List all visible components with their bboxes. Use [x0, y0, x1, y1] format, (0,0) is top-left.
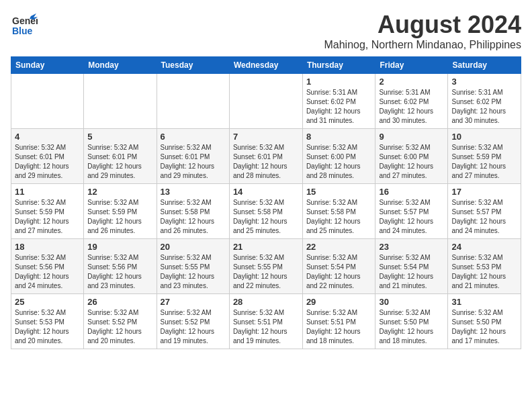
day-number: 23 [379, 242, 444, 252]
day-number: 7 [233, 132, 299, 142]
calendar-cell: 8Sunrise: 5:32 AM Sunset: 6:00 PM Daylig… [302, 129, 375, 184]
day-info: Sunrise: 5:32 AM Sunset: 5:54 PM Dayligh… [379, 253, 444, 291]
day-info: Sunrise: 5:32 AM Sunset: 6:01 PM Dayligh… [233, 143, 299, 181]
calendar-cell: 20Sunrise: 5:32 AM Sunset: 5:55 PM Dayli… [157, 239, 229, 294]
page-header: General Blue August 2024 Mahinog, Northe… [11, 11, 521, 51]
calendar-cell: 12Sunrise: 5:32 AM Sunset: 5:59 PM Dayli… [84, 184, 157, 239]
day-number: 28 [233, 297, 299, 307]
day-number: 27 [161, 297, 226, 307]
calendar-week-3: 11Sunrise: 5:32 AM Sunset: 5:59 PM Dayli… [11, 184, 521, 239]
calendar-cell: 1Sunrise: 5:31 AM Sunset: 6:02 PM Daylig… [302, 74, 375, 129]
day-info: Sunrise: 5:32 AM Sunset: 5:58 PM Dayligh… [161, 198, 226, 236]
calendar-cell: 7Sunrise: 5:32 AM Sunset: 6:01 PM Daylig… [229, 129, 302, 184]
calendar-cell: 16Sunrise: 5:32 AM Sunset: 5:57 PM Dayli… [375, 184, 448, 239]
calendar-cell: 14Sunrise: 5:32 AM Sunset: 5:58 PM Dayli… [229, 184, 302, 239]
day-number: 19 [87, 242, 152, 252]
calendar-cell: 31Sunrise: 5:32 AM Sunset: 5:50 PM Dayli… [448, 294, 521, 349]
day-info: Sunrise: 5:32 AM Sunset: 5:52 PM Dayligh… [161, 308, 226, 346]
day-number: 16 [379, 187, 444, 197]
calendar-cell: 19Sunrise: 5:32 AM Sunset: 5:56 PM Dayli… [84, 239, 157, 294]
calendar-cell: 4Sunrise: 5:32 AM Sunset: 6:01 PM Daylig… [11, 129, 84, 184]
calendar-cell: 11Sunrise: 5:32 AM Sunset: 5:59 PM Dayli… [11, 184, 84, 239]
logo: General Blue [11, 11, 38, 38]
day-info: Sunrise: 5:32 AM Sunset: 5:55 PM Dayligh… [233, 253, 299, 291]
weekday-header-wednesday: Wednesday [229, 57, 302, 74]
day-info: Sunrise: 5:32 AM Sunset: 5:53 PM Dayligh… [451, 253, 517, 291]
weekday-header-tuesday: Tuesday [157, 57, 229, 74]
day-number: 20 [161, 242, 226, 252]
weekday-header-sunday: Sunday [11, 57, 84, 74]
calendar-cell [84, 74, 157, 129]
calendar-cell: 10Sunrise: 5:32 AM Sunset: 5:59 PM Dayli… [448, 129, 521, 184]
calendar-week-1: 1Sunrise: 5:31 AM Sunset: 6:02 PM Daylig… [11, 74, 521, 129]
calendar-cell: 30Sunrise: 5:32 AM Sunset: 5:50 PM Dayli… [375, 294, 448, 349]
day-number: 12 [87, 187, 152, 197]
calendar-cell: 13Sunrise: 5:32 AM Sunset: 5:58 PM Dayli… [157, 184, 229, 239]
calendar-cell: 17Sunrise: 5:32 AM Sunset: 5:57 PM Dayli… [448, 184, 521, 239]
day-info: Sunrise: 5:32 AM Sunset: 5:57 PM Dayligh… [379, 198, 444, 236]
day-number: 2 [379, 77, 444, 87]
calendar-cell [11, 74, 84, 129]
day-number: 15 [306, 187, 372, 197]
day-number: 11 [15, 187, 80, 197]
day-info: Sunrise: 5:32 AM Sunset: 5:52 PM Dayligh… [87, 308, 152, 346]
calendar-cell: 22Sunrise: 5:32 AM Sunset: 5:54 PM Dayli… [302, 239, 375, 294]
day-number: 6 [161, 132, 226, 142]
calendar-cell: 9Sunrise: 5:32 AM Sunset: 6:00 PM Daylig… [375, 129, 448, 184]
weekday-header-monday: Monday [84, 57, 157, 74]
calendar-week-2: 4Sunrise: 5:32 AM Sunset: 6:01 PM Daylig… [11, 129, 521, 184]
day-number: 29 [306, 297, 372, 307]
day-number: 3 [451, 77, 517, 87]
weekday-header-thursday: Thursday [302, 57, 375, 74]
day-info: Sunrise: 5:32 AM Sunset: 5:50 PM Dayligh… [379, 308, 444, 346]
day-info: Sunrise: 5:31 AM Sunset: 6:02 PM Dayligh… [451, 88, 517, 126]
day-number: 1 [306, 77, 372, 87]
day-info: Sunrise: 5:31 AM Sunset: 6:02 PM Dayligh… [306, 88, 372, 126]
day-info: Sunrise: 5:32 AM Sunset: 5:59 PM Dayligh… [451, 143, 517, 181]
logo-icon: General Blue [11, 11, 38, 38]
calendar-cell: 27Sunrise: 5:32 AM Sunset: 5:52 PM Dayli… [157, 294, 229, 349]
day-number: 26 [87, 297, 152, 307]
weekday-header-saturday: Saturday [448, 57, 521, 74]
title-section: August 2024 Mahinog, Northern Mindanao, … [324, 11, 521, 51]
day-info: Sunrise: 5:32 AM Sunset: 6:01 PM Dayligh… [15, 143, 80, 181]
day-info: Sunrise: 5:32 AM Sunset: 5:54 PM Dayligh… [306, 253, 372, 291]
calendar-cell: 21Sunrise: 5:32 AM Sunset: 5:55 PM Dayli… [229, 239, 302, 294]
day-info: Sunrise: 5:32 AM Sunset: 5:58 PM Dayligh… [306, 198, 372, 236]
calendar-cell: 3Sunrise: 5:31 AM Sunset: 6:02 PM Daylig… [448, 74, 521, 129]
calendar-cell: 6Sunrise: 5:32 AM Sunset: 6:01 PM Daylig… [157, 129, 229, 184]
day-info: Sunrise: 5:32 AM Sunset: 5:51 PM Dayligh… [233, 308, 299, 346]
calendar-cell: 26Sunrise: 5:32 AM Sunset: 5:52 PM Dayli… [84, 294, 157, 349]
day-number: 31 [451, 297, 517, 307]
calendar-cell: 29Sunrise: 5:32 AM Sunset: 5:51 PM Dayli… [302, 294, 375, 349]
day-number: 22 [306, 242, 372, 252]
calendar-cell: 24Sunrise: 5:32 AM Sunset: 5:53 PM Dayli… [448, 239, 521, 294]
weekday-header-row: SundayMondayTuesdayWednesdayThursdayFrid… [11, 57, 521, 74]
calendar-cell: 2Sunrise: 5:31 AM Sunset: 6:02 PM Daylig… [375, 74, 448, 129]
svg-text:Blue: Blue [12, 26, 33, 36]
calendar-cell: 25Sunrise: 5:32 AM Sunset: 5:53 PM Dayli… [11, 294, 84, 349]
day-info: Sunrise: 5:32 AM Sunset: 5:53 PM Dayligh… [15, 308, 80, 346]
day-number: 10 [451, 132, 517, 142]
day-info: Sunrise: 5:32 AM Sunset: 6:01 PM Dayligh… [87, 143, 152, 181]
day-number: 17 [451, 187, 517, 197]
calendar-cell: 5Sunrise: 5:32 AM Sunset: 6:01 PM Daylig… [84, 129, 157, 184]
day-info: Sunrise: 5:32 AM Sunset: 5:58 PM Dayligh… [233, 198, 299, 236]
month-year-title: August 2024 [324, 11, 521, 39]
calendar-table: SundayMondayTuesdayWednesdayThursdayFrid… [11, 56, 521, 349]
calendar-week-5: 25Sunrise: 5:32 AM Sunset: 5:53 PM Dayli… [11, 294, 521, 349]
day-info: Sunrise: 5:32 AM Sunset: 5:59 PM Dayligh… [15, 198, 80, 236]
calendar-cell: 15Sunrise: 5:32 AM Sunset: 5:58 PM Dayli… [302, 184, 375, 239]
day-info: Sunrise: 5:32 AM Sunset: 6:01 PM Dayligh… [161, 143, 226, 181]
day-info: Sunrise: 5:32 AM Sunset: 6:00 PM Dayligh… [306, 143, 372, 181]
calendar-week-4: 18Sunrise: 5:32 AM Sunset: 5:56 PM Dayli… [11, 239, 521, 294]
day-number: 13 [161, 187, 226, 197]
location-subtitle: Mahinog, Northern Mindanao, Philippines [324, 39, 521, 51]
day-number: 4 [15, 132, 80, 142]
day-info: Sunrise: 5:32 AM Sunset: 5:56 PM Dayligh… [87, 253, 152, 291]
day-number: 14 [233, 187, 299, 197]
day-info: Sunrise: 5:32 AM Sunset: 5:50 PM Dayligh… [451, 308, 517, 346]
day-number: 30 [379, 297, 444, 307]
day-info: Sunrise: 5:32 AM Sunset: 5:59 PM Dayligh… [87, 198, 152, 236]
day-number: 18 [15, 242, 80, 252]
